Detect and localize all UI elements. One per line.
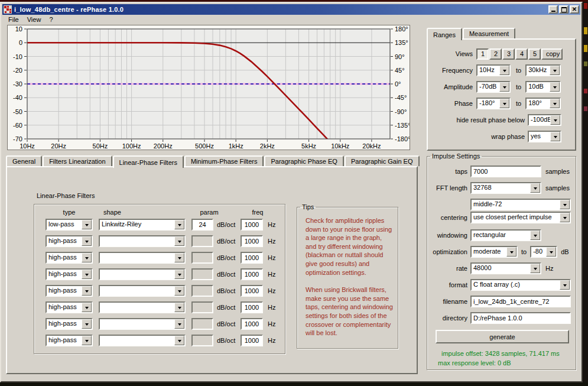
dropdown-arrow-icon[interactable] (174, 236, 184, 246)
filename-input[interactable] (470, 296, 571, 307)
fft-length-select[interactable]: 32768 (470, 182, 541, 194)
filter-param-input[interactable] (191, 235, 213, 247)
filter-shape-select[interactable] (99, 285, 186, 297)
frequency-from-select[interactable]: 10Hz (476, 64, 511, 76)
directory-input[interactable] (470, 312, 571, 324)
filter-shape-select[interactable] (99, 335, 186, 346)
dropdown-arrow-icon[interactable] (174, 303, 184, 312)
dropdown-arrow-icon[interactable] (82, 220, 92, 229)
dropdown-arrow-icon[interactable] (560, 280, 570, 290)
dropdown-arrow-icon[interactable] (550, 66, 560, 75)
view-button-3[interactable]: 3 (502, 48, 515, 60)
filter-type-select[interactable]: high-pass (46, 268, 93, 280)
tab-measurement[interactable]: Measurement (463, 28, 515, 38)
filter-freq-input[interactable] (241, 318, 263, 330)
centering-mode-select[interactable]: use closest perfect impulse (470, 212, 571, 223)
filter-freq-input[interactable] (241, 285, 263, 297)
dropdown-arrow-icon[interactable] (174, 253, 184, 262)
dropdown-arrow-icon[interactable] (550, 99, 560, 108)
filter-freq-input[interactable] (241, 335, 263, 346)
filter-freq-input[interactable] (241, 301, 263, 313)
filter-freq-input[interactable] (241, 235, 263, 247)
amplitude-from-select[interactable]: -70dB (476, 81, 511, 93)
dropdown-arrow-icon[interactable] (560, 200, 570, 209)
optimization-select[interactable]: moderate (470, 246, 518, 258)
dropdown-arrow-icon[interactable] (530, 264, 540, 273)
filter-type-select[interactable]: high-pass (46, 235, 93, 247)
dropdown-arrow-icon[interactable] (82, 303, 92, 312)
dropdown-arrow-icon[interactable] (499, 82, 509, 92)
filter-shape-select[interactable] (99, 252, 186, 264)
format-select[interactable]: C float array (.c) (470, 279, 571, 291)
filter-shape-select[interactable]: Linkwitz-Riley (99, 219, 186, 231)
rate-select[interactable]: 48000 (470, 262, 541, 274)
phase-to-select[interactable]: 180° (525, 98, 561, 109)
filter-param-input[interactable] (191, 285, 213, 297)
filter-type-select[interactable]: high-pass (46, 285, 93, 297)
optimization-threshold-select[interactable]: -80 (530, 246, 557, 258)
response-graph[interactable]: 10Hz20Hz50Hz100Hz200Hz500Hz1kHz2kHz5kHz1… (7, 25, 410, 150)
filter-shape-select[interactable] (99, 235, 186, 247)
centering-select[interactable]: middle-72 (470, 199, 571, 210)
dropdown-arrow-icon[interactable] (560, 213, 570, 222)
frequency-to-select[interactable]: 30kHz (525, 64, 561, 76)
filter-type-select[interactable]: high-pass (46, 335, 93, 346)
phase-from-select[interactable]: -180° (476, 98, 511, 109)
dropdown-arrow-icon[interactable] (82, 270, 92, 279)
filter-shape-select[interactable] (99, 268, 186, 280)
dropdown-arrow-icon[interactable] (499, 99, 509, 108)
dropdown-arrow-icon[interactable] (550, 82, 560, 92)
dropdown-arrow-icon[interactable] (82, 319, 92, 329)
dropdown-arrow-icon[interactable] (174, 270, 184, 279)
title-bar[interactable]: i_low_48db_centre - rePhase 1.0.0 ✕ (2, 4, 580, 15)
dropdown-arrow-icon[interactable] (174, 220, 184, 229)
view-button-4[interactable]: 4 (515, 48, 528, 60)
hide-result-phase-select[interactable]: -100dB (528, 114, 561, 126)
filter-shape-select[interactable] (99, 318, 186, 330)
dropdown-arrow-icon[interactable] (174, 286, 184, 296)
filter-freq-input[interactable] (241, 219, 263, 231)
dropdown-arrow-icon[interactable] (499, 66, 509, 75)
close-button[interactable]: ✕ (570, 5, 579, 14)
dropdown-arrow-icon[interactable] (530, 231, 540, 240)
generate-button[interactable]: generate (436, 330, 569, 343)
filter-shape-select[interactable] (99, 301, 186, 313)
view-button-5[interactable]: 5 (528, 48, 541, 60)
filter-param-input[interactable] (191, 335, 213, 346)
view-button-copy[interactable]: copy (541, 48, 563, 60)
dropdown-arrow-icon[interactable] (82, 253, 92, 262)
amplitude-to-select[interactable]: 10dB (525, 81, 561, 93)
tab-ranges[interactable]: Ranges (427, 28, 462, 40)
filter-type-select[interactable]: low-pass (46, 219, 93, 231)
filter-param-input[interactable] (191, 252, 213, 264)
dropdown-arrow-icon[interactable] (506, 247, 516, 257)
dropdown-arrow-icon[interactable] (174, 319, 184, 329)
filter-param-input[interactable] (191, 268, 213, 280)
filter-freq-input[interactable] (241, 252, 263, 264)
tab-paragraphic-gain-eq[interactable]: Paragraphic Gain EQ (345, 155, 420, 166)
dropdown-arrow-icon[interactable] (82, 286, 92, 296)
menu-item-view[interactable]: View (24, 15, 46, 24)
tab-linear-phase-filters[interactable]: Linear-Phase Filters (113, 155, 184, 168)
filter-param-input[interactable] (191, 318, 213, 330)
view-button-1[interactable]: 1 (476, 48, 489, 60)
tab-minimum-phase-filters[interactable]: Minimum-Phase Filters (184, 155, 264, 166)
menu-item-help[interactable]: ? (46, 15, 57, 24)
wrap-phase-select[interactable]: yes (528, 131, 561, 142)
dropdown-arrow-icon[interactable] (82, 336, 92, 345)
tab-filters-linearization[interactable]: Filters Linearization (43, 155, 112, 166)
view-button-2[interactable]: 2 (489, 48, 502, 60)
filter-param-input[interactable] (191, 301, 213, 313)
filter-freq-input[interactable] (241, 268, 263, 280)
dropdown-arrow-icon[interactable] (550, 115, 560, 125)
dropdown-arrow-icon[interactable] (550, 132, 560, 141)
dropdown-arrow-icon[interactable] (530, 183, 540, 193)
minimize-button[interactable] (548, 5, 558, 14)
dropdown-arrow-icon[interactable] (546, 247, 556, 257)
filter-param-input[interactable] (191, 219, 213, 231)
maximize-button[interactable] (559, 5, 568, 14)
tab-general[interactable]: General (6, 155, 42, 166)
tab-paragraphic-phase-eq[interactable]: Paragraphic Phase EQ (264, 155, 344, 166)
filter-type-select[interactable]: high-pass (46, 252, 93, 264)
dropdown-arrow-icon[interactable] (82, 236, 92, 246)
